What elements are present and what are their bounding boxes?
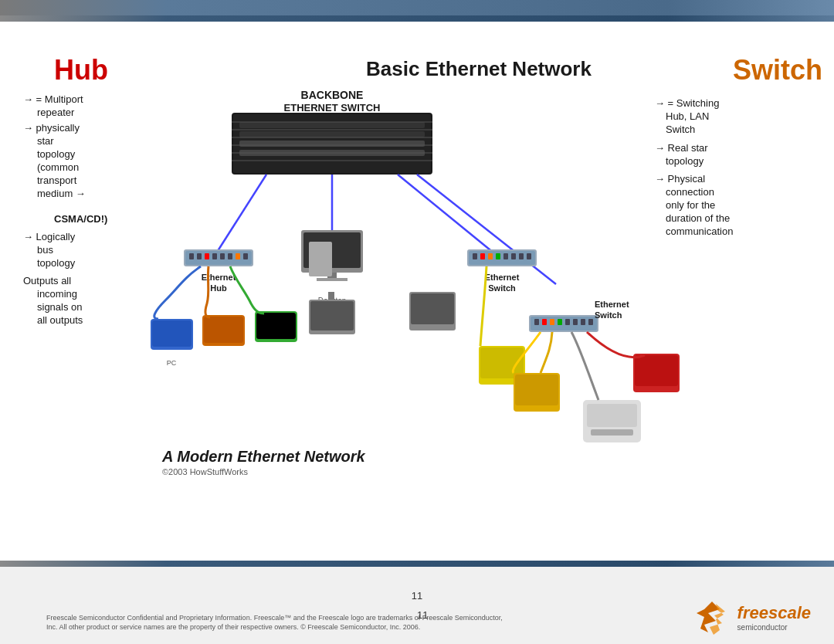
svg-text:signals on: signals on [37,301,83,313]
svg-text:repeater: repeater [37,107,75,118]
svg-text:Switch: Switch [488,283,516,293]
svg-text:Hub: Hub [210,283,227,293]
svg-rect-59 [467,249,537,266]
svg-rect-77 [565,319,570,325]
svg-line-46 [417,175,556,284]
svg-rect-50 [197,253,202,259]
svg-text:→ physically: → physically [23,122,80,134]
svg-rect-54 [228,253,232,259]
svg-rect-62 [480,253,485,259]
svg-rect-64 [496,253,500,259]
svg-rect-47 [184,249,253,266]
svg-rect-87 [309,242,332,276]
svg-rect-92 [202,315,245,346]
svg-rect-95 [256,313,296,339]
svg-text:medium →: medium → [37,188,86,199]
svg-rect-103 [514,373,560,412]
svg-text:Switch: Switch [595,310,622,320]
svg-text:→ = Multiport: → = Multiport [23,93,83,105]
brand-name: freescale [737,603,811,622]
svg-text:→ Physical: → Physical [655,173,705,185]
diagram-svg: Basic Ethernet Network Hub → = Multiport… [0,22,834,500]
svg-text:bus: bus [37,244,53,256]
freescale-icon [693,598,731,636]
svg-rect-63 [488,253,493,259]
svg-rect-56 [243,253,248,259]
svg-text:topology: topology [37,257,76,269]
svg-text:→ Logically: → Logically [23,231,76,242]
svg-rect-66 [511,253,516,259]
svg-rect-73 [534,319,539,325]
svg-rect-98 [328,292,334,300]
top-bar-accent [0,15,834,22]
svg-rect-36 [239,150,425,156]
svg-rect-108 [409,292,456,330]
svg-rect-109 [411,293,454,324]
svg-text:Switch: Switch [733,54,822,86]
svg-rect-84 [303,232,361,268]
svg-text:BACKBONE: BACKBONE [301,89,364,101]
svg-text:Ethernet: Ethernet [202,273,236,282]
svg-rect-93 [204,317,243,343]
svg-text:ETHERNET SWITCH: ETHERNET SWITCH [284,102,381,114]
svg-text:Hub: Hub [54,54,108,86]
svg-text:star: star [37,135,54,147]
svg-text:A Modern Ethernet Network: A Modern Ethernet Network [161,448,365,465]
svg-text:Basic Ethernet Network: Basic Ethernet Network [366,57,592,80]
svg-rect-107 [591,429,633,436]
bottom-bar-accent [0,561,834,567]
svg-rect-80 [588,319,593,325]
svg-rect-75 [550,319,554,325]
svg-text:Hub, LAN: Hub, LAN [666,110,709,122]
svg-rect-52 [212,253,217,259]
svg-text:all outputs: all outputs [37,314,83,326]
svg-text:topology: topology [37,148,76,160]
svg-text:connection: connection [666,186,714,198]
footer: Freescale Semiconductor Confidential and… [0,567,834,644]
svg-text:PC: PC [167,359,177,367]
svg-text:(common: (common [37,161,79,173]
svg-rect-89 [151,319,193,350]
svg-rect-61 [473,253,477,259]
svg-text:→ = Switching: → = Switching [655,97,719,109]
svg-rect-68 [527,253,531,259]
svg-text:Ethernet: Ethernet [485,273,520,282]
svg-rect-65 [503,253,508,259]
svg-line-43 [216,175,266,253]
svg-text:Switch: Switch [666,124,695,135]
svg-rect-71 [529,315,598,332]
svg-rect-83 [301,230,363,273]
svg-text:transport: transport [37,175,77,186]
page-number-display: 11 [412,590,422,602]
footer-legal: Freescale Semiconductor Confidential and… [46,613,510,632]
svg-text:©2003 HowStuffWorks: ©2003 HowStuffWorks [162,467,249,476]
freescale-logo: freescale semiconductor [693,598,811,636]
svg-text:CSMA/CD!): CSMA/CD!) [54,213,107,225]
svg-rect-33 [239,122,425,128]
svg-rect-76 [558,319,562,325]
svg-rect-49 [189,253,194,259]
svg-text:communication: communication [666,225,733,237]
svg-rect-101 [633,354,680,392]
svg-rect-53 [220,253,225,259]
svg-rect-100 [480,347,524,378]
svg-text:only for the: only for the [666,199,715,211]
svg-rect-31 [232,113,432,175]
brand-sub: semiconductor [737,623,811,632]
svg-rect-34 [239,131,425,137]
svg-rect-90 [152,320,192,347]
svg-rect-78 [573,319,578,325]
svg-rect-51 [205,253,209,259]
svg-rect-55 [236,253,240,259]
svg-text:duration of the: duration of the [666,212,730,224]
svg-line-45 [398,175,494,253]
svg-text:Ethernet: Ethernet [595,300,629,309]
svg-rect-85 [327,273,337,279]
svg-rect-94 [255,311,297,342]
svg-rect-97 [310,301,354,330]
svg-rect-32 [233,114,431,173]
svg-text:Outputs all: Outputs all [23,275,71,286]
svg-rect-72 [531,317,597,330]
svg-text:→ Real star: → Real star [655,142,708,154]
svg-rect-67 [519,253,524,259]
